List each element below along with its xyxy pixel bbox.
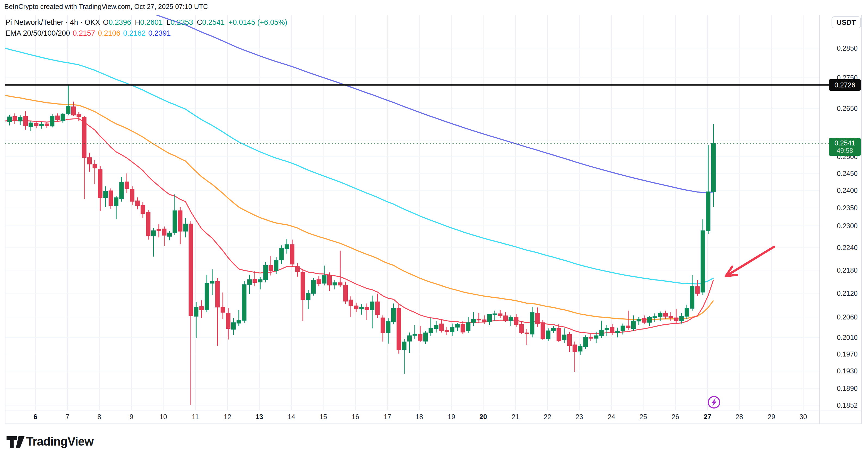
time-tick-label: 13 bbox=[255, 413, 263, 421]
time-tick-label: 30 bbox=[800, 413, 807, 421]
candle-body-down bbox=[221, 307, 225, 312]
time-tick-label: 20 bbox=[479, 413, 487, 421]
change-value: +0.0145 (+6.05%) bbox=[228, 18, 287, 26]
currency-toggle-button[interactable]: USDT bbox=[832, 16, 861, 28]
candle-body-down bbox=[440, 324, 443, 331]
candle-body-up bbox=[274, 260, 278, 271]
candle-body-up bbox=[322, 276, 326, 283]
candle-body-up bbox=[66, 106, 70, 114]
candle-body-down bbox=[520, 324, 524, 333]
candle-body-up bbox=[120, 182, 124, 199]
candle-body-down bbox=[626, 326, 630, 327]
candle-body-up bbox=[434, 325, 438, 329]
chart-legend: Pi Network/Tether · 4h · OKXO0.2396H0.26… bbox=[5, 18, 293, 39]
candle-body-down bbox=[24, 116, 28, 126]
candle-body-down bbox=[445, 331, 449, 332]
ema-values: 0.21570.21060.21620.2391 bbox=[73, 29, 173, 37]
symbol-title: Pi Network/Tether · 4h · OKX bbox=[5, 18, 100, 26]
time-tick-label: 22 bbox=[544, 413, 551, 421]
candle-body-down bbox=[610, 327, 614, 333]
time-tick-label: 16 bbox=[351, 413, 359, 421]
candle-body-up bbox=[631, 321, 636, 329]
candle-body-down bbox=[381, 318, 385, 333]
candle-body-up bbox=[493, 314, 497, 315]
candle-body-down bbox=[504, 316, 507, 321]
price-tick-label: 0.2650 bbox=[822, 105, 858, 113]
candle-body-down bbox=[461, 324, 465, 332]
candle-body-up bbox=[18, 117, 22, 121]
price-tick-label: 0.2120 bbox=[822, 289, 858, 297]
time-tick-label: 7 bbox=[66, 413, 69, 421]
ohlc-item: O0.2396 bbox=[103, 18, 131, 26]
candle-body-up bbox=[450, 327, 454, 332]
candle-body-up bbox=[637, 319, 641, 321]
candle-body-up bbox=[648, 318, 651, 322]
candle-body-up bbox=[248, 280, 251, 284]
price-tick-label: 0.2180 bbox=[822, 266, 858, 274]
time-tick-label: 29 bbox=[768, 413, 775, 421]
symbol-ohlc-row: Pi Network/Tether · 4h · OKXO0.2396H0.26… bbox=[5, 18, 293, 27]
candle-body-down bbox=[338, 283, 342, 285]
tradingview-logo-text[interactable]: TradingView bbox=[26, 435, 93, 448]
candle-body-up bbox=[701, 231, 705, 292]
candle-body-down bbox=[130, 189, 134, 201]
candle-body-up bbox=[61, 114, 65, 120]
candle-body-down bbox=[674, 318, 678, 320]
candle-body-up bbox=[530, 313, 534, 334]
last-price-value: 0.2541 bbox=[829, 139, 861, 147]
level-price-badge: 0.2726 bbox=[829, 79, 861, 91]
candle-body-up bbox=[40, 124, 43, 126]
candle-body-up bbox=[402, 342, 406, 350]
candle-body-up bbox=[237, 320, 241, 323]
ema-value: 0.2391 bbox=[148, 29, 171, 37]
candle-body-down bbox=[109, 191, 113, 206]
candle-body-down bbox=[344, 285, 347, 301]
price-chart-canvas[interactable] bbox=[0, 0, 868, 457]
time-tick-label: 12 bbox=[224, 413, 231, 421]
candle-body-down bbox=[45, 124, 49, 126]
candle-body-down bbox=[557, 329, 561, 341]
candle-body-down bbox=[642, 319, 646, 322]
candle-body-up bbox=[471, 319, 475, 322]
ohlc-item: L0.2353 bbox=[166, 18, 193, 26]
tradingview-chart-export: BeInCrypto created with TradingView.com,… bbox=[0, 0, 868, 457]
time-tick-label: 27 bbox=[704, 413, 711, 421]
candle-body-down bbox=[541, 323, 545, 339]
ema-100-line bbox=[5, 48, 713, 284]
ema-label: EMA 20/50/100/200 bbox=[5, 29, 70, 37]
candle-body-up bbox=[194, 307, 198, 316]
candle-body-up bbox=[386, 321, 390, 333]
candle-body-down bbox=[317, 280, 321, 284]
candle-body-up bbox=[29, 123, 33, 126]
candle-body-down bbox=[498, 314, 502, 316]
time-tick-label: 21 bbox=[512, 413, 519, 421]
candle-body-up bbox=[594, 336, 598, 338]
candle-body-down bbox=[98, 170, 102, 198]
candle-body-down bbox=[328, 275, 332, 285]
candle-body-down bbox=[397, 308, 401, 350]
candle-body-up bbox=[562, 335, 566, 340]
price-tick-label: 0.2450 bbox=[822, 170, 858, 177]
candle-body-up bbox=[114, 198, 118, 205]
candle-body-up bbox=[605, 328, 609, 330]
candle-body-down bbox=[290, 245, 294, 264]
price-tick-label: 0.2060 bbox=[822, 313, 858, 321]
ohlc-item: H0.2601 bbox=[135, 18, 163, 26]
candle-body-down bbox=[535, 313, 539, 324]
price-tick-label: 0.1852 bbox=[822, 401, 858, 409]
candle-body-up bbox=[333, 283, 337, 285]
candle-body-down bbox=[88, 158, 91, 164]
candle-body-up bbox=[424, 333, 428, 341]
candle-body-down bbox=[567, 335, 571, 346]
candle-body-down bbox=[56, 116, 59, 120]
candle-body-up bbox=[552, 329, 555, 331]
candle-body-up bbox=[258, 280, 262, 282]
candle-body-up bbox=[50, 116, 54, 126]
candle-body-down bbox=[253, 280, 257, 282]
candle-body-down bbox=[589, 337, 593, 338]
candle-body-up bbox=[680, 316, 683, 320]
candle-body-down bbox=[375, 302, 379, 315]
candle-body-down bbox=[354, 306, 358, 309]
candle-body-up bbox=[408, 336, 411, 341]
candle-body-up bbox=[104, 192, 107, 197]
